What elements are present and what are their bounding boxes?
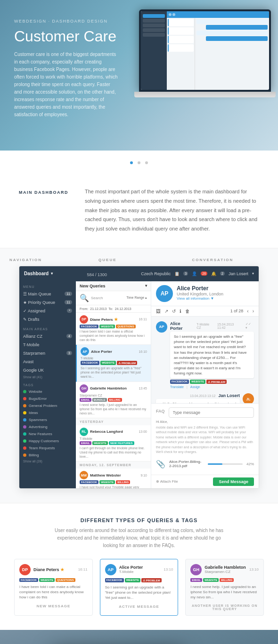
toolbar-prev-icon[interactable]: ‹: [247, 309, 248, 314]
sidebar-tag-website[interactable]: Website: [19, 388, 76, 395]
queue-item-preview: I need some help. I just upgraded to an …: [80, 403, 147, 415]
toolbar-delete-icon[interactable]: 🗑: [185, 309, 190, 314]
tag-label: General Problem: [29, 404, 57, 408]
queue-dropdown-label: New Queries: [80, 284, 106, 288]
sidebar-item-avast[interactable]: Avast: [19, 358, 76, 366]
queue-item[interactable]: DP Diane Peters ★ 16:11 FACEBOOK WEBSITE…: [76, 313, 151, 345]
queue-dropdown[interactable]: New Queries ▾: [80, 284, 147, 288]
sidebar-tag-billing[interactable]: Billing: [19, 452, 76, 459]
attachment-progress-fill: [208, 463, 222, 465]
avatar: DP: [19, 564, 31, 575]
toolbar-refresh-icon[interactable]: ↺: [172, 309, 176, 314]
sidebar-item-label: ☰ Main Queue: [23, 292, 51, 296]
tag-billing: BILLING: [108, 398, 122, 402]
sidebar-tag-team[interactable]: Team Requests: [19, 445, 76, 452]
queue-item-tags: FACEBOOK WEBSITE ⚠ PROBLEM: [81, 361, 147, 365]
queue-item[interactable]: MW Matthew Webster 9:10 FACEBOOK WEBSITE…: [76, 469, 151, 488]
conv-view-all[interactable]: View all information ▼: [177, 296, 254, 301]
queue-item[interactable]: GH Gabrielle Hambleton 13:45 Starpramen …: [76, 382, 151, 418]
show-all-areas[interactable]: Show all (41): [19, 374, 76, 380]
mini-header-dot: [172, 13, 175, 16]
tag-label: Spammers: [29, 418, 47, 422]
dashboard-description: The most important part of the whole sys…: [85, 187, 259, 234]
translate-action[interactable]: Translate: [170, 385, 184, 389]
toolbar-share-icon[interactable]: ↗: [164, 309, 168, 314]
faq-input[interactable]: [169, 407, 254, 418]
sidebar-item-allianz[interactable]: Allianz CZ 4: [19, 332, 76, 341]
pagination-dot-3[interactable]: [145, 161, 148, 164]
tags-section-title: DIFFERENT TYPES OF QUERIES & TAGS: [14, 517, 264, 523]
queue-item-tags: EMAIL WEBSITE NEW FEATURES: [80, 441, 147, 445]
faq-row: FAQ: [156, 407, 254, 418]
toolbar-next-icon[interactable]: ›: [253, 309, 254, 314]
sidebar-item-priority-queue[interactable]: ★ Priority Queue 11: [19, 298, 76, 307]
conv-msg-expand[interactable]: ✓✓ ▾: [245, 322, 254, 330]
sidebar-item-label: ✎ Drafts: [23, 317, 40, 322]
sidebar-tag-spammers[interactable]: Spammers: [19, 416, 76, 423]
queue-item[interactable]: RL Rebecca Langford 13:00 T-Mobile EMAIL…: [76, 425, 151, 461]
queue-search[interactable]: 🔍 Search Time Range ▴: [76, 291, 151, 305]
pagination-dot-2[interactable]: [138, 161, 140, 164]
pagination-dot-1[interactable]: [130, 161, 133, 164]
tag-website: WEBSITE: [92, 441, 108, 445]
sidebar-item-assigned[interactable]: ✓ Assigned *: [19, 307, 76, 315]
sidebar-item-google[interactable]: Google UK: [19, 366, 76, 374]
tags-card-time: 13:10: [164, 567, 173, 572]
star-icon: ★: [114, 317, 118, 322]
sidebar-item-starpramen[interactable]: Starpramen 3: [19, 349, 76, 358]
tags-card-text: I have been told i can make a official c…: [19, 584, 88, 600]
tags-card-company: T-Mobile: [119, 570, 143, 574]
sidebar-item-main-queue[interactable]: ☰ Main Queue 11: [19, 290, 76, 298]
dash-icon-bell[interactable]: 🔔: [211, 271, 216, 276]
dash-header-center: 584 / 1300: [53, 270, 141, 278]
dashboard-title: Dashboard: [24, 271, 49, 276]
sidebar-menu-label: MENU: [19, 281, 76, 290]
tag-website: WEBSITE: [125, 578, 140, 582]
attach-file-button[interactable]: ⊕ Attach File: [156, 479, 178, 484]
queue-item-name: Matthew Webster: [90, 473, 139, 477]
sidebar-tag-general[interactable]: General Problem: [19, 402, 76, 409]
queue-item-active[interactable]: AP Alice Porter 16:10 T-Mobile FACEBOOK …: [76, 345, 151, 382]
queue-item-time: 13:00: [139, 430, 147, 433]
sidebar-tag-ideas[interactable]: Ideas: [19, 409, 76, 416]
queue-item-company: T-Mobile: [81, 357, 147, 360]
sidebar-tag-happy[interactable]: Happy Customers: [19, 437, 76, 445]
mini-header-dot: [169, 13, 172, 16]
queue-item-name: Alice Porter: [91, 350, 137, 354]
pagination: [0, 151, 278, 173]
toolbar-info-icon[interactable]: ℹ: [180, 309, 181, 314]
dashboard-label-col: MAIN DASHBOARD: [19, 187, 75, 234]
toolbar-image-icon[interactable]: 🖼: [156, 309, 161, 314]
assign-action[interactable]: Assign: [190, 385, 200, 389]
dash-sidebar: MENU ☰ Main Queue 11 ★ Priority Queue 11…: [19, 281, 76, 488]
dashboard-preview: Dashboard ▾ 584 / 1300 Czech Republic 📋 …: [19, 266, 259, 489]
queue-dropdown-chevron: ▾: [145, 284, 147, 288]
dash-icon-user[interactable]: 👤: [192, 271, 197, 276]
queue-item-time: 16:11: [139, 318, 147, 321]
show-all-tags[interactable]: Show all (28): [19, 459, 76, 464]
sidebar-tag-advertising[interactable]: Advertising: [19, 423, 76, 430]
dash-icon-doc[interactable]: 📋: [174, 271, 180, 276]
conv-user-location: United Kingdom, London: [177, 292, 254, 296]
conv-msg-text: Hello Alice, would you send us this post…: [156, 399, 240, 403]
conv-toolbar: 🖼 ↗ ↺ ℹ 🗑 1 of 28 ‹ ›: [151, 306, 259, 317]
queue-item-tags: FACEBOOK WEBSITE BILLING: [80, 480, 147, 484]
sidebar-tag-bugserror[interactable]: Bugs/Error: [19, 395, 76, 402]
sidebar-item-drafts[interactable]: ✎ Drafts: [19, 315, 76, 324]
conv-msg-body: Alice Porter T-Mobile CZ 15.04.2013 11:4…: [170, 321, 254, 389]
tags-section-description: User easily orients around the tool acco…: [49, 527, 229, 549]
date-to: 24.12.2013: [115, 307, 131, 310]
hero-description: Customer care is one of the biggest depa…: [14, 51, 118, 119]
send-message-button[interactable]: Send Message: [213, 477, 254, 486]
conv-msg-time: 13.04.2013 13:12: [190, 394, 216, 398]
queue-item-name: Rebecca Langford: [90, 429, 137, 434]
sidebar-tag-new-features[interactable]: New Features: [19, 430, 76, 437]
tags-card-text: So I seeming got an upgrade with a "free…: [105, 585, 173, 601]
sidebar-item-tmobile[interactable]: T-Mobile: [19, 341, 76, 349]
tag-label: Advertising: [29, 425, 48, 429]
tag-facebook: FACEBOOK: [80, 480, 98, 484]
conv-page-info: 1 of 28: [230, 309, 244, 313]
tag-facebook: FACEBOOK: [81, 361, 99, 365]
sidebar-areas-label: MAIN AREAS: [19, 324, 76, 332]
agent-chevron[interactable]: ▾: [252, 271, 254, 276]
